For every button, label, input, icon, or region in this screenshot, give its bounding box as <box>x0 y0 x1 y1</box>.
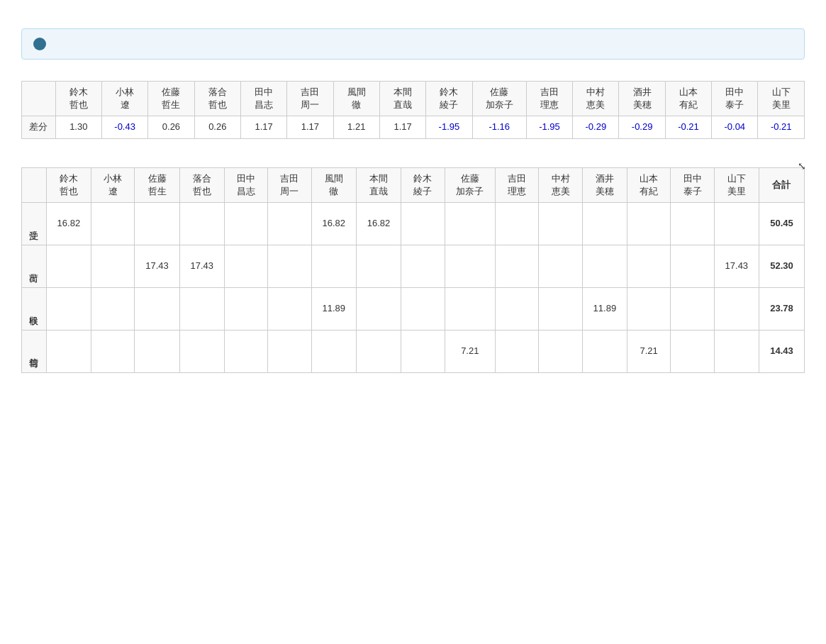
table-cell <box>401 202 445 245</box>
table-cell <box>671 330 714 372</box>
diff-cell: 0.26 <box>194 116 240 138</box>
diff-cell: 1.21 <box>333 116 379 138</box>
table-cell <box>311 245 356 287</box>
diff-cell: -0.43 <box>101 116 147 138</box>
table-cell <box>224 245 267 287</box>
table-row: 与信管7.217.2114.43 <box>22 330 805 372</box>
minimize-icon[interactable]: ⤡ <box>798 160 812 174</box>
table-cell <box>135 202 179 245</box>
table-cell <box>46 245 91 287</box>
diff-cell: 1.30 <box>55 116 101 138</box>
table-cell <box>496 330 539 372</box>
main-col-header: 鈴木 綾子 <box>401 167 445 202</box>
table-cell <box>714 287 759 330</box>
table-cell <box>539 202 582 245</box>
row-label: 検収 <box>22 287 47 330</box>
table-cell: 17.43 <box>135 245 179 287</box>
diff-col-header: 鈴木 綾子 <box>426 82 472 116</box>
main-col-header: 風間 徹 <box>311 167 356 202</box>
table-cell <box>401 245 445 287</box>
row-label: 出荷 <box>22 245 47 287</box>
main-col-header: 酒井 美穂 <box>582 167 627 202</box>
table-cell <box>135 287 179 330</box>
table-cell <box>356 287 401 330</box>
main-col-header: 落合 哲也 <box>179 167 224 202</box>
table-cell <box>539 287 582 330</box>
table-cell <box>445 245 496 287</box>
table-cell <box>224 202 267 245</box>
table-cell: 11.89 <box>582 287 627 330</box>
diff-col-header: 中村 恵美 <box>573 82 619 116</box>
diff-cell: -0.04 <box>712 116 758 138</box>
diff-col-header: 山本 有紀 <box>665 82 711 116</box>
table-cell <box>179 330 224 372</box>
diff-col-header: 佐藤 加奈子 <box>472 82 526 116</box>
table-cell: 16.82 <box>356 202 401 245</box>
diff-cell: -1.16 <box>472 116 526 138</box>
diff-table-corner <box>22 82 56 116</box>
main-col-header: 中村 恵美 <box>539 167 582 202</box>
table-cell: 17.43 <box>714 245 759 287</box>
table-cell <box>91 245 135 287</box>
diff-cell: -1.95 <box>426 116 472 138</box>
page-container: 鈴木 哲也小林 遼佐藤 哲生落合 哲也田中 昌志吉田 周一風間 徹本間 直哉鈴木… <box>0 0 826 416</box>
table-cell <box>627 287 671 330</box>
table-cell: 16.82 <box>46 202 91 245</box>
main-col-header: 佐藤 哲生 <box>135 167 179 202</box>
table-cell <box>224 287 267 330</box>
main-col-header: 田中 昌志 <box>224 167 267 202</box>
table-cell <box>496 202 539 245</box>
table-cell <box>582 202 627 245</box>
diff-col-header: 本間 直哉 <box>379 82 425 116</box>
diff-table-wrapper: 鈴木 哲也小林 遼佐藤 哲生落合 哲也田中 昌志吉田 周一風間 徹本間 直哉鈴木… <box>21 81 805 139</box>
row-label: 受注 <box>22 202 47 245</box>
diff-col-header: 酒井 美穂 <box>619 82 665 116</box>
table-cell <box>91 330 135 372</box>
table-cell <box>671 287 714 330</box>
main-col-header: 吉田 周一 <box>268 167 311 202</box>
table-cell <box>539 330 582 372</box>
table-cell: 23.78 <box>759 287 804 330</box>
table-row: 検収11.8911.8923.78 <box>22 287 805 330</box>
main-col-header: 山下 美里 <box>714 167 759 202</box>
table-cell <box>311 330 356 372</box>
table-row: 出荷17.4317.4317.4352.30 <box>22 245 805 287</box>
diff-col-header: 佐藤 哲生 <box>148 82 194 116</box>
table-cell: 7.21 <box>627 330 671 372</box>
row-label: 与信管 <box>22 330 47 372</box>
table-cell <box>445 202 496 245</box>
table-cell <box>496 245 539 287</box>
table-cell <box>356 245 401 287</box>
table-cell <box>91 202 135 245</box>
table-cell <box>627 202 671 245</box>
info-banner <box>21 28 805 60</box>
table-cell <box>582 245 627 287</box>
diff-col-header: 田中 泰子 <box>712 82 758 116</box>
main-col-header: 鈴木 哲也 <box>46 167 91 202</box>
diff-cell: -0.29 <box>619 116 665 138</box>
table-cell <box>46 330 91 372</box>
table-cell <box>671 202 714 245</box>
diff-col-header: 田中 昌志 <box>240 82 286 116</box>
table-cell <box>224 330 267 372</box>
table-row: 受注16.8216.8216.8250.45 <box>22 202 805 245</box>
table-cell: 17.43 <box>179 245 224 287</box>
diff-row-label: 差分 <box>22 116 56 138</box>
main-col-header: 本間 直哉 <box>356 167 401 202</box>
table-cell <box>714 202 759 245</box>
table-cell <box>401 330 445 372</box>
table-cell <box>179 202 224 245</box>
table-cell: 52.30 <box>759 245 804 287</box>
diff-cell: 0.26 <box>148 116 194 138</box>
table-cell <box>356 330 401 372</box>
diff-cell: -0.29 <box>573 116 619 138</box>
diff-cell: 1.17 <box>287 116 333 138</box>
table-cell <box>268 330 311 372</box>
diff-cell: -1.95 <box>526 116 572 138</box>
main-table-corner <box>22 167 47 202</box>
table-cell <box>179 287 224 330</box>
section2-wrapper: ⤡ 鈴木 哲也小林 遼佐藤 哲生落合 哲也田中 昌志吉田 周一風間 徹本間 直哉… <box>21 167 805 373</box>
diff-col-header: 吉田 理恵 <box>526 82 572 116</box>
table-cell <box>714 330 759 372</box>
table-cell <box>582 330 627 372</box>
